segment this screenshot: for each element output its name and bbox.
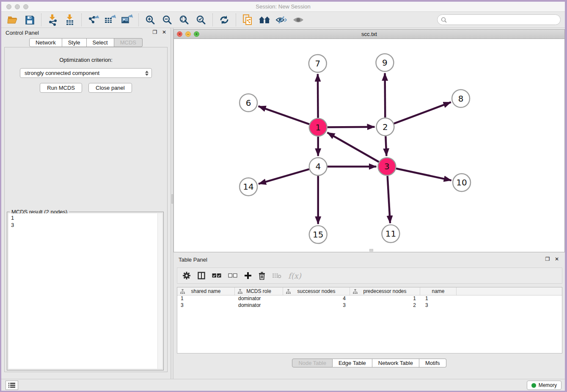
tab-mcds[interactable]: MCDS bbox=[114, 38, 143, 47]
cell-name[interactable]: 1 bbox=[420, 295, 457, 302]
node-label-6: 6 bbox=[246, 98, 251, 108]
export-table-icon[interactable] bbox=[103, 14, 117, 26]
tab-edge-table[interactable]: Edge Table bbox=[333, 359, 372, 367]
first-neighbors-icon[interactable] bbox=[257, 14, 272, 26]
status-bar: Memory bbox=[1, 379, 565, 391]
edge-2-9[interactable] bbox=[385, 73, 385, 118]
table-row[interactable]: 3 dominator 3 2 3 bbox=[177, 302, 562, 309]
add-column-icon[interactable] bbox=[244, 269, 252, 282]
column-header-filler bbox=[457, 287, 562, 295]
tab-style[interactable]: Style bbox=[62, 38, 87, 47]
edge-3-10[interactable] bbox=[396, 168, 451, 180]
cell-name[interactable]: 3 bbox=[420, 302, 457, 309]
memory-button[interactable]: Memory bbox=[527, 381, 561, 390]
gear-icon[interactable] bbox=[182, 269, 191, 282]
zoom-out-icon[interactable] bbox=[160, 14, 174, 26]
column-panel-icon[interactable] bbox=[198, 269, 205, 282]
tab-select[interactable]: Select bbox=[87, 38, 114, 47]
search-input[interactable] bbox=[449, 17, 550, 23]
hierarchy-icon bbox=[180, 289, 185, 294]
apply-layout-icon[interactable] bbox=[217, 14, 231, 26]
float-panel-icon[interactable]: ❐ bbox=[152, 29, 158, 35]
result-scrollbar[interactable] bbox=[157, 213, 162, 369]
cell-predecessor-nodes[interactable]: 2 bbox=[350, 302, 420, 309]
mcds-tab-content: Optimization criterion: strongly connect… bbox=[4, 47, 168, 372]
main-toolbar bbox=[1, 12, 565, 28]
chevron-updown-icon bbox=[144, 70, 149, 77]
show-columns-icon[interactable] bbox=[212, 269, 221, 282]
edge-1-2[interactable] bbox=[328, 127, 375, 127]
close-panel-icon[interactable]: ✕ bbox=[161, 29, 167, 35]
memory-label: Memory bbox=[539, 382, 557, 388]
node-label-11: 11 bbox=[385, 229, 396, 239]
search-icon bbox=[441, 17, 447, 23]
edge-4-14[interactable] bbox=[259, 169, 309, 184]
export-network-icon[interactable] bbox=[86, 14, 100, 26]
edge-1-6[interactable] bbox=[259, 106, 309, 124]
network-window-title: scc.txt bbox=[174, 31, 564, 37]
dev-panel-button[interactable] bbox=[6, 381, 18, 390]
edge-2-8[interactable] bbox=[394, 102, 451, 123]
delete-column-icon[interactable] bbox=[259, 269, 265, 282]
hide-columns-icon[interactable] bbox=[228, 269, 237, 282]
table-row[interactable]: 1 dominator 4 1 1 bbox=[177, 295, 562, 302]
node-table[interactable]: shared name MCDS role successor nodes bbox=[177, 287, 562, 353]
column-header-name[interactable]: name bbox=[420, 287, 457, 295]
vertical-splitter[interactable] bbox=[171, 28, 173, 379]
control-panel-title: Control Panel bbox=[6, 30, 39, 36]
column-header-mcds-role[interactable]: MCDS role bbox=[235, 287, 283, 295]
open-session-icon[interactable] bbox=[6, 14, 20, 26]
cell-mcds-role[interactable]: dominator bbox=[235, 302, 283, 309]
cell-predecessor-nodes[interactable]: 1 bbox=[350, 295, 420, 302]
column-header-successor-nodes[interactable]: successor nodes bbox=[283, 287, 350, 295]
mcds-result-area[interactable]: 1 3 bbox=[8, 213, 162, 369]
tab-network-table[interactable]: Network Table bbox=[372, 359, 419, 367]
tab-network[interactable]: Network bbox=[29, 38, 62, 47]
cell-successor-nodes[interactable]: 4 bbox=[283, 295, 350, 302]
import-network-icon[interactable] bbox=[46, 14, 60, 26]
network-canvas[interactable]: 7968124314101511 bbox=[174, 39, 564, 252]
column-header-shared-name[interactable]: shared name bbox=[177, 287, 235, 295]
network-window-titlebar[interactable]: ✕ − + scc.txt bbox=[174, 30, 564, 39]
cell-successor-nodes[interactable]: 3 bbox=[283, 302, 350, 309]
clone-network-icon[interactable] bbox=[240, 14, 255, 26]
app-titlebar: Session: New Session bbox=[1, 2, 565, 12]
splitter-grip[interactable] bbox=[171, 194, 173, 204]
close-table-panel-icon[interactable]: ✕ bbox=[554, 256, 560, 262]
tab-node-table[interactable]: Node Table bbox=[292, 359, 333, 367]
list-icon bbox=[8, 382, 16, 388]
tab-motifs[interactable]: Motifs bbox=[419, 359, 446, 367]
zoom-selected-icon[interactable] bbox=[194, 14, 208, 26]
save-session-icon[interactable] bbox=[22, 14, 37, 26]
zoom-fit-icon[interactable] bbox=[177, 14, 191, 26]
criterion-select[interactable]: strongly connected component bbox=[20, 68, 152, 78]
edge-1-7[interactable] bbox=[318, 74, 318, 118]
close-panel-button[interactable]: Close panel bbox=[88, 83, 132, 93]
edge-3-11[interactable] bbox=[388, 176, 390, 223]
import-table-icon[interactable] bbox=[63, 14, 77, 26]
toolbar-separator bbox=[138, 14, 139, 26]
hide-selected-icon[interactable] bbox=[274, 14, 289, 26]
search-box[interactable] bbox=[437, 14, 561, 25]
app-title: Session: New Session bbox=[1, 3, 565, 10]
edge-3-1[interactable] bbox=[327, 133, 379, 162]
table-header-row: shared name MCDS role successor nodes bbox=[177, 287, 562, 295]
zoom-in-icon[interactable] bbox=[143, 14, 157, 26]
optimization-criterion-label: Optimization criterion: bbox=[5, 57, 167, 63]
mcds-result-text: 1 3 bbox=[11, 214, 14, 229]
edge-2-3[interactable] bbox=[385, 136, 386, 156]
canvas-scroll-grip[interactable] bbox=[369, 249, 373, 251]
cell-mcds-role[interactable]: dominator bbox=[235, 295, 283, 302]
node-label-4: 4 bbox=[315, 161, 321, 171]
table-panel-title: Table Panel bbox=[179, 257, 207, 263]
table-tabs: Node Table Edge Table Network Table Moti… bbox=[173, 359, 565, 367]
show-all-icon[interactable] bbox=[291, 14, 306, 26]
run-mcds-button[interactable]: Run MCDS bbox=[40, 83, 82, 93]
column-header-predecessor-nodes[interactable]: predecessor nodes bbox=[350, 287, 420, 295]
cell-shared-name[interactable]: 3 bbox=[177, 302, 235, 309]
export-image-icon[interactable] bbox=[120, 14, 134, 26]
cell-shared-name[interactable]: 1 bbox=[177, 295, 235, 302]
network-window: ✕ − + scc.txt 7968124314101511 bbox=[173, 29, 565, 252]
float-table-panel-icon[interactable]: ❐ bbox=[545, 256, 550, 262]
network-graph[interactable]: 7968124314101511 bbox=[174, 39, 564, 252]
